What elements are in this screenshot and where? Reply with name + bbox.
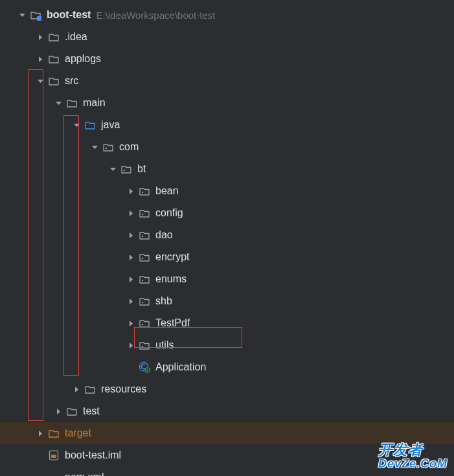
item-label: resources [101,383,146,395]
chevron-right-icon [124,188,137,195]
tree-row-dao[interactable]: dao [0,224,454,246]
tree-row-application[interactable]: Application [0,356,454,378]
chevron-right-icon [34,34,47,41]
tree-row-com[interactable]: com [0,136,454,158]
folder-target-icon [47,426,61,440]
chevron-right-icon [124,254,137,261]
chevron-right-icon [124,298,137,305]
project-tree: boot-test E:\ideaWorkspace\boot-test .id… [0,0,454,476]
svg-rect-11 [51,455,56,458]
tree-row-bt[interactable]: bt [0,158,454,180]
folder-source-icon [83,118,97,132]
tree-row-main[interactable]: main [0,92,454,114]
iml-file-icon [47,448,61,462]
folder-icon [47,74,61,88]
tree-row-config[interactable]: config [0,202,454,224]
chevron-down-icon [34,78,47,85]
chevron-down-icon [88,144,101,151]
folder-icon [65,404,79,418]
package-icon [137,316,152,330]
item-label: applogs [65,53,101,65]
package-icon [137,338,152,352]
item-label: java [101,119,120,131]
item-label: src [65,75,78,87]
item-label: main [83,97,106,109]
item-label: dao [155,229,173,241]
class-run-icon [137,360,152,374]
tree-row-testpdf[interactable]: TestPdf [0,312,454,334]
package-icon [137,206,152,220]
folder-icon [47,52,61,66]
module-folder-icon [28,8,43,22]
chevron-down-icon [52,100,65,107]
folder-icon [65,96,79,110]
item-label: bt [137,163,146,175]
watermark-line2: DevZe.CoM [378,458,448,471]
item-label: shb [155,295,172,307]
item-label: encrypt [155,251,189,263]
root-label: boot-test [47,9,91,21]
watermark-line1: 开发者 [378,442,448,458]
chevron-right-icon [34,430,47,437]
root-path: E:\ideaWorkspace\boot-test [96,10,215,21]
chevron-right-icon [52,408,65,415]
item-label: boot-test.iml [65,449,121,461]
package-icon [137,272,152,286]
tree-row-target[interactable]: target [0,422,454,444]
chevron-down-icon [106,166,119,173]
chevron-right-icon [34,56,47,63]
chevron-right-icon [124,320,137,327]
item-label: config [155,207,183,219]
item-label: .idea [65,31,87,43]
tree-row-encrypt[interactable]: encrypt [0,246,454,268]
item-label: bean [155,185,179,197]
chevron-right-icon [124,232,137,239]
chevron-down-icon [16,12,28,19]
item-label: pom.xml [65,471,104,476]
chevron-down-icon [70,122,83,129]
item-label: enums [155,273,187,285]
tree-row-test[interactable]: test [0,400,454,422]
item-label: test [83,405,100,417]
package-icon [137,228,152,242]
package-icon [137,250,152,264]
item-label: Application [155,361,206,373]
tree-row-resources[interactable]: resources [0,378,454,400]
chevron-right-icon [70,386,83,393]
item-label: target [65,427,91,439]
tree-row-src[interactable]: src [0,70,454,92]
tree-row-enums[interactable]: enums [0,268,454,290]
tree-row-idea[interactable]: .idea [0,26,454,48]
chevron-right-icon [124,210,137,217]
watermark: 开发者 DevZe.CoM [378,442,448,471]
chevron-right-icon [124,342,137,349]
tree-row-applogs[interactable]: applogs [0,48,454,70]
folder-icon [47,30,61,44]
tree-row-java[interactable]: java [0,114,454,136]
maven-icon [47,470,61,476]
package-icon [119,162,133,176]
package-icon [137,184,152,198]
package-icon [101,140,115,154]
item-label: com [119,141,139,153]
folder-icon [83,382,97,396]
package-icon [137,294,152,308]
tree-row-utils[interactable]: utils [0,334,454,356]
item-label: TestPdf [155,317,190,329]
item-label: utils [155,339,174,351]
tree-row-root[interactable]: boot-test E:\ideaWorkspace\boot-test [0,4,454,26]
chevron-right-icon [124,276,137,283]
tree-row-bean[interactable]: bean [0,180,454,202]
tree-row-shb[interactable]: shb [0,290,454,312]
